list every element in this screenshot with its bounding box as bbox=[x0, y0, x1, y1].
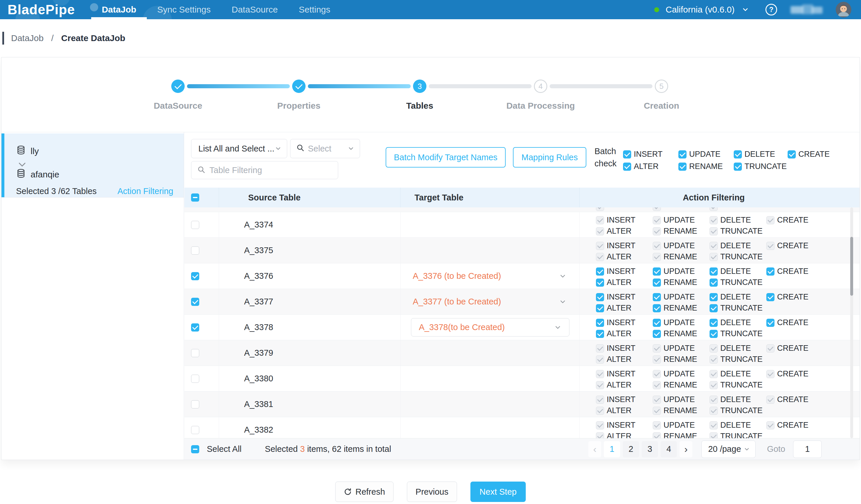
action-checkbox-rename[interactable] bbox=[653, 407, 661, 415]
action-checkbox-delete[interactable] bbox=[710, 396, 718, 404]
batch-modify-target-names-button[interactable]: Batch Modify Target Names bbox=[386, 147, 506, 167]
row-checkbox[interactable] bbox=[191, 298, 199, 306]
action-checkbox-update[interactable] bbox=[653, 319, 661, 327]
action-checkbox-alter[interactable] bbox=[596, 407, 604, 415]
action-checkbox-create[interactable] bbox=[766, 319, 775, 327]
action-checkbox-rename[interactable] bbox=[653, 330, 661, 338]
action-checkbox-delete[interactable] bbox=[710, 370, 718, 378]
target-select-caret[interactable] bbox=[559, 298, 566, 305]
row-checkbox[interactable] bbox=[191, 349, 199, 357]
action-checkbox-insert[interactable] bbox=[596, 396, 604, 404]
action-checkbox-create[interactable] bbox=[766, 370, 775, 378]
action-checkbox-alter[interactable] bbox=[596, 330, 604, 338]
page-button-2[interactable]: 2 bbox=[623, 441, 639, 458]
action-checkbox-truncate[interactable] bbox=[710, 304, 718, 312]
action-checkbox-delete[interactable] bbox=[710, 216, 718, 224]
action-checkbox-truncate[interactable] bbox=[710, 227, 718, 235]
action-checkbox-create[interactable] bbox=[766, 242, 775, 250]
action-checkbox-rename[interactable] bbox=[653, 355, 661, 364]
action-checkbox-truncate[interactable] bbox=[710, 381, 718, 389]
action-checkbox-delete[interactable] bbox=[710, 421, 718, 430]
row-checkbox[interactable] bbox=[191, 246, 199, 255]
action-checkbox-delete[interactable] bbox=[710, 242, 718, 250]
row-checkbox[interactable] bbox=[191, 400, 199, 408]
action-checkbox[interactable] bbox=[653, 207, 661, 211]
region-selector[interactable]: California (v0.6.0) bbox=[666, 5, 735, 15]
action-checkbox-insert[interactable] bbox=[596, 370, 604, 378]
action-checkbox-create[interactable] bbox=[766, 344, 775, 353]
action-checkbox[interactable] bbox=[710, 207, 718, 211]
action-checkbox-alter[interactable] bbox=[596, 253, 604, 261]
action-checkbox-rename[interactable] bbox=[653, 381, 661, 389]
list-mode-select[interactable]: List All and Select ... bbox=[191, 139, 287, 158]
action-checkbox-create[interactable] bbox=[788, 150, 796, 159]
nav-item-datajob[interactable]: DataJob bbox=[91, 0, 147, 19]
goto-page-input[interactable] bbox=[793, 440, 822, 458]
action-checkbox-create[interactable] bbox=[766, 421, 775, 430]
select-all-checkbox[interactable] bbox=[191, 193, 199, 202]
action-checkbox-rename[interactable] bbox=[653, 304, 661, 312]
previous-button[interactable]: Previous bbox=[407, 481, 457, 502]
username-blurred[interactable] bbox=[791, 4, 822, 15]
action-checkbox-rename[interactable] bbox=[653, 278, 661, 287]
action-checkbox-alter[interactable] bbox=[596, 304, 604, 312]
action-checkbox-truncate[interactable] bbox=[710, 432, 718, 438]
row-checkbox[interactable] bbox=[191, 272, 199, 280]
action-checkbox-update[interactable] bbox=[653, 216, 661, 224]
row-checkbox[interactable] bbox=[191, 426, 199, 434]
row-checkbox[interactable] bbox=[191, 221, 199, 229]
chevron-down-icon[interactable] bbox=[741, 6, 749, 13]
action-checkbox-alter[interactable] bbox=[596, 381, 604, 389]
select-all-footer-checkbox[interactable] bbox=[191, 445, 199, 453]
row-checkbox[interactable] bbox=[191, 323, 199, 331]
table-filter-input[interactable] bbox=[209, 165, 332, 175]
page-button-3[interactable]: 3 bbox=[642, 441, 658, 458]
action-checkbox-update[interactable] bbox=[653, 421, 661, 430]
action-checkbox-insert[interactable] bbox=[596, 344, 604, 353]
page-size-select[interactable]: 20 /page bbox=[701, 440, 755, 458]
action-checkbox-truncate[interactable] bbox=[710, 330, 718, 338]
action-checkbox-alter[interactable] bbox=[596, 278, 604, 287]
action-checkbox-rename[interactable] bbox=[653, 253, 661, 261]
action-checkbox-rename[interactable] bbox=[653, 227, 661, 235]
next-page-button[interactable]: › bbox=[680, 441, 692, 458]
avatar[interactable] bbox=[836, 2, 851, 17]
action-checkbox-update[interactable] bbox=[653, 268, 661, 276]
action-checkbox-insert[interactable] bbox=[596, 268, 604, 276]
action-checkbox-alter[interactable] bbox=[596, 355, 604, 364]
nav-item-sync-settings[interactable]: Sync Settings bbox=[147, 0, 221, 19]
action-checkbox[interactable] bbox=[596, 207, 604, 211]
nav-item-datasource[interactable]: DataSource bbox=[221, 0, 288, 19]
next-step-button[interactable]: Next Step bbox=[470, 481, 526, 502]
action-checkbox-delete[interactable] bbox=[710, 319, 718, 327]
action-checkbox-insert[interactable] bbox=[596, 216, 604, 224]
action-checkbox-update[interactable] bbox=[653, 344, 661, 353]
action-checkbox-delete[interactable] bbox=[710, 268, 718, 276]
page-button-1[interactable]: 1 bbox=[604, 441, 620, 458]
nav-item-settings[interactable]: Settings bbox=[288, 0, 341, 19]
action-checkbox-create[interactable] bbox=[766, 216, 775, 224]
action-checkbox-alter[interactable] bbox=[596, 227, 604, 235]
action-checkbox-rename[interactable] bbox=[653, 432, 661, 438]
schema-select[interactable]: Select bbox=[290, 139, 360, 158]
sidebar-selected-mapping[interactable]: lly afanqie bbox=[1, 133, 184, 197]
action-checkbox-update[interactable] bbox=[653, 242, 661, 250]
action-checkbox-alter[interactable] bbox=[623, 163, 631, 171]
action-checkbox-insert[interactable] bbox=[596, 319, 604, 327]
target-table-select[interactable]: A_3378(to be Created) bbox=[411, 318, 570, 337]
action-checkbox-truncate[interactable] bbox=[734, 163, 742, 171]
action-checkbox-update[interactable] bbox=[653, 396, 661, 404]
scrollbar-thumb[interactable] bbox=[850, 237, 853, 296]
action-checkbox-insert[interactable] bbox=[596, 421, 604, 430]
action-checkbox-truncate[interactable] bbox=[710, 253, 718, 261]
action-checkbox-create[interactable] bbox=[766, 268, 775, 276]
help-icon[interactable]: ? bbox=[765, 4, 777, 15]
action-checkbox-insert[interactable] bbox=[596, 242, 604, 250]
action-checkbox-truncate[interactable] bbox=[710, 407, 718, 415]
action-checkbox-create[interactable] bbox=[766, 396, 775, 404]
mapping-rules-button[interactable]: Mapping Rules bbox=[513, 147, 586, 167]
action-checkbox-rename[interactable] bbox=[678, 163, 686, 171]
breadcrumb-parent[interactable]: DataJob bbox=[11, 33, 44, 43]
action-checkbox-update[interactable] bbox=[653, 293, 661, 301]
action-checkbox-delete[interactable] bbox=[710, 344, 718, 353]
